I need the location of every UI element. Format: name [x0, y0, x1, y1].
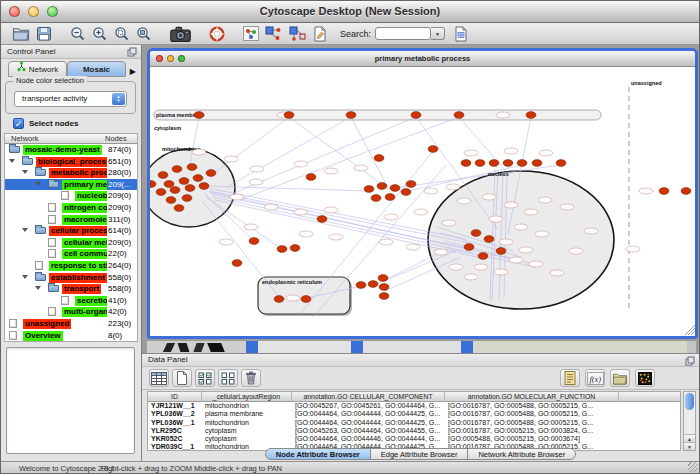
zoom-in-button[interactable] — [89, 24, 111, 44]
table-row[interactable]: YJR121W__1mitochondrion[GO:0045267, GO:0… — [148, 402, 680, 410]
network-node[interactable] — [496, 248, 506, 255]
network-node[interactable] — [170, 187, 180, 194]
network-node[interactable] — [206, 170, 216, 177]
network-node[interactable] — [374, 155, 384, 162]
snapshot-camera-button[interactable] — [167, 24, 194, 44]
tree-row-cellular-metabo[interactable]: cellular metabo209(0) — [5, 237, 137, 249]
select-attributes-button[interactable] — [195, 369, 215, 387]
disclosure-triangle-icon[interactable] — [22, 228, 28, 232]
table-row[interactable]: YPL036W__1mitochondrion[GO:0044464, GO:0… — [148, 419, 680, 427]
tab-overflow-arrow[interactable]: ▶ — [130, 63, 136, 81]
tree-row-secretion[interactable]: secretion41(0) — [5, 295, 137, 307]
network-node[interactable] — [517, 160, 527, 167]
network-node[interactable] — [377, 183, 387, 190]
tree-row-macromolecule[interactable]: macromolecule311(0) — [5, 214, 137, 226]
zoom-out-button[interactable] — [67, 24, 89, 44]
tree-row-overview[interactable]: Overview8(0) — [5, 330, 137, 342]
tree-row-mosaic-demo-yeast[interactable]: mosaic-demo-yeast874(0) — [5, 144, 137, 156]
network-node[interactable] — [199, 183, 209, 190]
tab-node-attribute-browser[interactable]: Node Attribute Browser — [265, 448, 371, 460]
network-node[interactable] — [379, 284, 389, 291]
network-node[interactable] — [428, 146, 438, 153]
network-node[interactable] — [526, 112, 536, 119]
network-view-window[interactable]: primary metabolic process plasma membran… — [147, 48, 698, 339]
network-node[interactable] — [681, 188, 691, 195]
network-node[interactable] — [471, 230, 481, 237]
network-node[interactable] — [489, 160, 499, 167]
tab-edge-attribute-browser[interactable]: Edge Attribute Browser — [370, 448, 469, 460]
network-node[interactable] — [277, 246, 287, 253]
window-resize-grip[interactable] — [688, 462, 698, 472]
network-node[interactable] — [371, 195, 381, 202]
help-lifering-button[interactable] — [206, 24, 228, 44]
tree-row-biological-process[interactable]: biological_process651(0) — [5, 156, 137, 168]
network-node[interactable] — [306, 174, 316, 181]
network-node[interactable] — [301, 296, 311, 303]
network-node[interactable] — [385, 194, 395, 201]
network-node[interactable] — [659, 188, 669, 195]
create-new-attribute-button[interactable] — [172, 369, 192, 387]
vizmapper-button[interactable] — [240, 24, 262, 44]
network-node[interactable] — [464, 244, 474, 251]
column-header[interactable]: _cellularLayoutRegion — [202, 392, 292, 402]
network-window-titlebar[interactable]: primary metabolic process — [150, 51, 695, 67]
tab-network-attribute-browser[interactable]: Network Attribute Browser — [467, 448, 576, 460]
attribute-report-button[interactable] — [560, 369, 580, 387]
network-node[interactable] — [164, 181, 174, 188]
column-header[interactable]: annotation.GO CELLULAR_COMPONENT — [292, 392, 445, 402]
disclosure-triangle-icon[interactable] — [22, 275, 28, 279]
network-node[interactable] — [346, 112, 356, 119]
tree-column-nodes[interactable]: Nodes — [105, 134, 127, 143]
network-node[interactable] — [174, 205, 184, 212]
function-builder-button[interactable]: f(x) — [585, 369, 605, 387]
table-scrollbar[interactable]: ▲ ▼ — [683, 391, 696, 451]
network-node[interactable] — [166, 197, 176, 204]
tree-row-establishment-of-lo[interactable]: establishment of lo558(0) — [5, 272, 137, 284]
matrix-view-button[interactable] — [635, 369, 655, 387]
network-node[interactable] — [274, 296, 284, 303]
network-node[interactable] — [172, 166, 182, 173]
network-node[interactable] — [461, 160, 471, 167]
network-node[interactable] — [454, 112, 464, 119]
apply-layout-2-button[interactable] — [286, 24, 310, 44]
network-node[interactable] — [232, 260, 242, 267]
select-nodes-checkbox[interactable]: ✓ — [13, 118, 24, 129]
search-dropdown-button[interactable]: ▼ — [431, 27, 445, 40]
column-header[interactable]: annotation.GO MOLECULAR_FUNCTION — [445, 392, 619, 402]
load-attributes-folder-button[interactable] — [610, 369, 630, 387]
network-node[interactable] — [194, 112, 204, 119]
tree-row-primary-metabo[interactable]: primary metabo209(... — [5, 179, 137, 191]
network-node[interactable] — [185, 185, 195, 192]
tree-row-cell-communicat[interactable]: cell communicat22(0) — [5, 248, 137, 260]
annotation-button[interactable] — [310, 24, 330, 44]
attribute-table[interactable]: ID_cellularLayoutRegionannotation.GO CEL… — [147, 391, 681, 451]
network-node[interactable] — [187, 164, 197, 171]
network-node[interactable] — [368, 281, 378, 288]
save-session-button[interactable] — [33, 24, 55, 44]
zoom-fit-content-button[interactable] — [133, 24, 155, 44]
network-edge[interactable] — [213, 117, 289, 174]
tree-row-multi-organism-pro[interactable]: multi-organism pro42(0) — [5, 306, 137, 318]
network-node[interactable] — [411, 112, 421, 119]
network-node[interactable] — [532, 160, 542, 167]
network-node[interactable] — [406, 181, 416, 188]
node-color-select[interactable]: transporter activity ▲▼ — [14, 91, 127, 107]
network-node[interactable] — [193, 175, 203, 182]
search-input[interactable] — [375, 27, 431, 40]
network-node[interactable] — [556, 160, 566, 167]
network-node[interactable] — [503, 160, 513, 167]
tree-column-network[interactable]: Network — [11, 134, 39, 143]
disclosure-triangle-icon[interactable] — [9, 159, 15, 163]
table-row[interactable]: YPL036W__2plasma membrane[GO:0044464, GO… — [148, 410, 680, 418]
network-node[interactable] — [182, 195, 192, 202]
network-node[interactable] — [179, 178, 189, 185]
network-node[interactable] — [401, 189, 411, 196]
show-attribute-table-button[interactable] — [149, 369, 169, 387]
tab-network[interactable]: Network — [8, 61, 67, 77]
float-panel-icon[interactable] — [127, 47, 137, 59]
network-node[interactable] — [390, 185, 400, 192]
tree-row-metabolic-process[interactable]: metabolic process280(0) — [5, 167, 137, 179]
tree-row-cellular-process[interactable]: cellular process614(0) — [5, 225, 137, 237]
disclosure-triangle-icon[interactable] — [22, 170, 28, 174]
network-canvas[interactable]: plasma membranecytoplasmmitochondrionnuc… — [150, 67, 695, 336]
